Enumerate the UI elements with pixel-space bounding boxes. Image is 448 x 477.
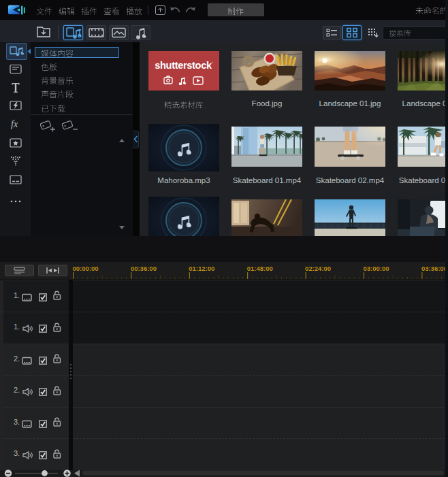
svg-text:fx: fx (11, 119, 18, 129)
